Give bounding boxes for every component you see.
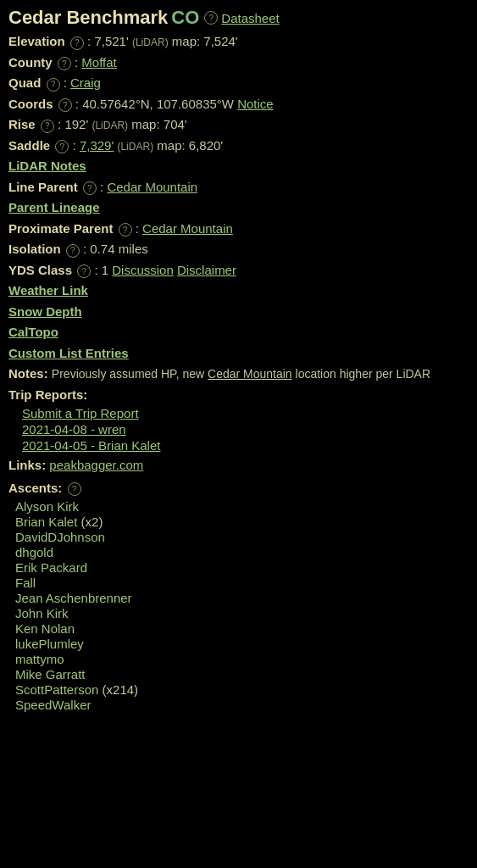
trip-report-1[interactable]: 2021-04-05 - Brian Kalet [22,438,469,453]
elevation-help-icon[interactable]: ? [70,36,84,50]
lidar-notes-row[interactable]: LiDAR Notes [8,157,469,176]
quad-help-icon[interactable]: ? [47,78,60,92]
ascent-item-6[interactable]: Jean Aschenbrenner [15,591,469,605]
rise-label: Rise [8,117,36,131]
coords-value: 40.57642°N, 107.60835°W [82,97,234,111]
ascent-item-8[interactable]: Ken Nolan [15,621,469,636]
parent-lineage-row[interactable]: Parent Lineage [8,198,469,218]
elevation-map: map: 7,524' [172,34,238,48]
notes-row: Notes: Previously assumed HP, new Cedar … [8,364,469,384]
yds-discussion-link[interactable]: Discussion [112,263,174,277]
links-row: Links: peakbagger.com [8,456,469,476]
yds-class-help-icon[interactable]: ? [77,264,91,278]
yds-disclaimer-link[interactable]: Disclaimer [177,263,236,277]
rise-value: 192' [64,117,88,131]
line-parent-help-icon[interactable]: ? [83,181,97,195]
coords-help-icon[interactable]: ? [58,98,72,112]
ascent-count-1: (x2) [81,515,103,529]
line-parent-value[interactable]: Cedar Mountain [107,180,197,194]
ascent-item-7[interactable]: John Kirk [15,606,469,620]
peak-name: Cedar Benchmark [8,7,168,29]
saddle-separator: : [73,138,80,153]
ascent-count-12: (x214) [103,682,139,697]
custom-list-row[interactable]: Custom List Entries [8,344,469,364]
saddle-map: map: 6,820' [157,138,223,153]
county-value[interactable]: Moffat [81,55,116,70]
isolation-label: Isolation [8,242,61,256]
ascents-list: Alyson Kirk Brian Kalet (x2) DavidDJohns… [8,499,469,712]
ascent-item-1[interactable]: Brian Kalet (x2) [15,515,469,529]
isolation-help-icon[interactable]: ? [66,244,80,258]
lidar-notes-link[interactable]: LiDAR Notes [8,157,469,176]
quad-label: Quad [8,75,41,90]
trip-reports-label: Trip Reports: [8,387,87,402]
caltopo-row[interactable]: CalTopo [8,323,469,342]
elevation-label: Elevation [8,34,65,48]
caltopo-link[interactable]: CalTopo [8,323,469,342]
quad-row: Quad ? : Craig [8,74,469,93]
ascent-item-10[interactable]: mattymo [15,652,469,666]
county-label: County [8,55,53,70]
quad-value[interactable]: Craig [70,75,101,90]
snow-depth-row[interactable]: Snow Depth [8,303,469,322]
ascent-item-2[interactable]: DavidDJohnson [15,530,469,544]
saddle-help-icon[interactable]: ? [55,140,69,153]
isolation-row: Isolation ? : 0.74 miles [8,240,469,259]
elevation-lidar: (LiDAR) [132,36,169,48]
coords-notice-link[interactable]: Notice [237,97,274,111]
ascents-label: Ascents: [8,481,62,495]
coords-separator: : [75,97,82,111]
proximate-parent-row: Proximate Parent ? : Cedar Mountain [8,220,469,239]
title-section: Cedar Benchmark CO ? Datasheet [8,7,469,29]
line-parent-label: Line Parent [8,180,78,194]
rise-map: map: 704' [131,117,186,131]
custom-list-link[interactable]: Custom List Entries [8,344,469,364]
ascent-item-0[interactable]: Alyson Kirk [15,499,469,514]
county-row: County ? : Moffat [8,53,469,73]
trip-report-0[interactable]: 2021-04-08 - wren [22,422,469,437]
weather-link-row[interactable]: Weather Link [8,281,469,301]
elevation-number: 7,521' [94,34,128,48]
proximate-parent-value[interactable]: Cedar Mountain [142,221,233,236]
ascent-item-12[interactable]: ScottPatterson (x214) [15,682,469,697]
rise-help-icon[interactable]: ? [41,120,54,133]
line-parent-row: Line Parent ? : Cedar Mountain [8,178,469,198]
notes-label: Notes: [8,366,48,381]
notes-text2: location higher per LiDAR [292,367,430,381]
quad-separator: : [64,75,70,90]
trip-reports-section: Trip Reports: [8,386,469,405]
yds-class-value: 1 [102,263,108,277]
rise-lidar: (LiDAR) [92,120,128,131]
peak-state: CO [171,7,199,29]
snow-depth-link[interactable]: Snow Depth [8,303,469,322]
ascents-header-row: Ascents: ? [8,479,469,498]
yds-class-row: YDS Class ? : 1 Discussion Disclaimer [8,261,469,281]
ascent-item-13[interactable]: SpeedWalker [15,698,469,712]
parent-lineage-link[interactable]: Parent Lineage [8,198,469,218]
proximate-parent-label: Proximate Parent [8,221,113,236]
ascent-item-3[interactable]: dhgold [15,545,469,559]
yds-class-separator: : [94,263,101,277]
notes-cedar-link[interactable]: Cedar Mountain [208,367,292,381]
saddle-label: Saddle [8,138,50,153]
title-help-icon[interactable]: ? [204,11,218,25]
ascent-item-5[interactable]: Fall [15,576,469,590]
yds-class-label: YDS Class [8,263,72,277]
proximate-parent-separator: : [136,221,142,236]
datasheet-link[interactable]: Datasheet [221,11,279,25]
peakbagger-link[interactable]: peakbagger.com [49,458,143,472]
saddle-lidar: (LiDAR) [117,141,153,153]
submit-trip-report-link[interactable]: Submit a Trip Report [22,406,469,420]
ascents-help-icon[interactable]: ? [68,482,81,496]
notes-text1: Previously assumed HP, new [52,367,208,381]
weather-link[interactable]: Weather Link [8,281,469,301]
ascent-item-4[interactable]: Erik Packard [15,560,469,575]
saddle-value[interactable]: 7,329' [80,138,114,153]
isolation-value: 0.74 miles [90,242,147,256]
coords-row: Coords ? : 40.57642°N, 107.60835°W Notic… [8,95,469,114]
ascent-item-9[interactable]: lukePlumley [15,637,469,651]
links-label: Links: [8,458,46,472]
proximate-parent-help-icon[interactable]: ? [119,223,132,236]
county-help-icon[interactable]: ? [58,57,71,70]
ascent-item-11[interactable]: Mike Garratt [15,667,469,682]
